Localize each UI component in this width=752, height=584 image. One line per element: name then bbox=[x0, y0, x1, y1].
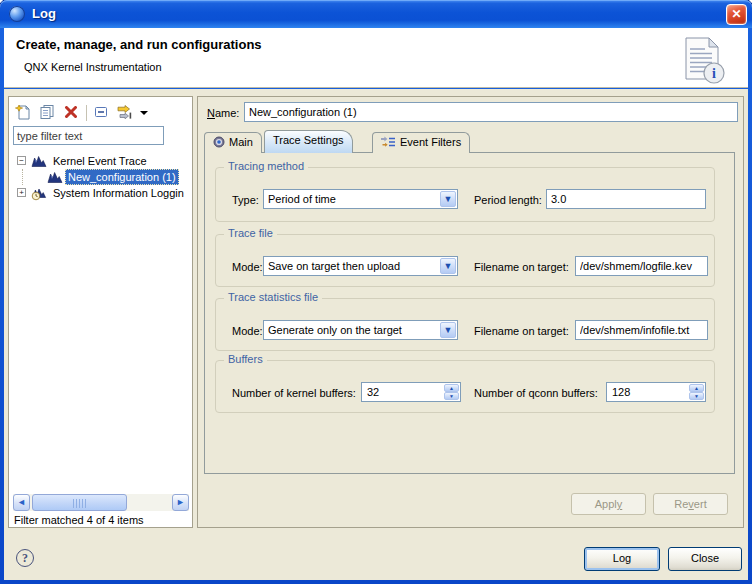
combobox-value: Save on target then upload bbox=[268, 260, 437, 272]
expand-expander-icon[interactable]: + bbox=[17, 188, 26, 197]
chevron-down-icon[interactable]: ▼ bbox=[440, 322, 456, 338]
collapse-all-icon bbox=[93, 104, 109, 120]
tab-label: Event Filters bbox=[400, 136, 461, 148]
statistics-filename-input[interactable] bbox=[575, 320, 708, 340]
group-title: Buffers bbox=[224, 353, 267, 365]
group-title: Trace file bbox=[224, 227, 277, 239]
combobox-value: Generate only on the target bbox=[268, 324, 437, 336]
kernel-trace-icon bbox=[47, 169, 63, 185]
tracing-type-combobox[interactable]: Period of time ▼ bbox=[263, 189, 458, 209]
filter-configurations-button[interactable] bbox=[115, 103, 135, 123]
stepper-value: 128 bbox=[612, 386, 630, 398]
log-dialog-window: Log ✕ Create, manage, and run configurat… bbox=[0, 0, 752, 584]
chevron-down-icon[interactable]: ▼ bbox=[440, 191, 456, 207]
apply-button[interactable]: Apply bbox=[571, 493, 646, 515]
tab-main[interactable]: Main bbox=[204, 132, 262, 153]
trace-statistics-group: Trace statistics file Mode: Generate onl… bbox=[215, 298, 715, 351]
collapse-expander-icon[interactable]: − bbox=[17, 156, 26, 165]
tree-item-label[interactable]: Kernel Event Trace bbox=[50, 153, 150, 169]
configurations-panel: − Kernel Event Trace New_configuration (… bbox=[8, 96, 193, 528]
dialog-title: Create, manage, and run configurations bbox=[16, 37, 262, 52]
tree-horizontal-scrollbar[interactable]: ◄ ► bbox=[13, 494, 189, 511]
spin-up-icon[interactable]: ▲ bbox=[444, 384, 459, 392]
spin-up-icon[interactable]: ▲ bbox=[689, 384, 704, 392]
stepper-value: 32 bbox=[367, 386, 379, 398]
revert-button[interactable]: Revert bbox=[653, 493, 728, 515]
trace-settings-tab-panel: Tracing method Type: Period of time ▼ Pe… bbox=[204, 152, 735, 474]
tree-item-label-selected[interactable]: New_configuration (1) bbox=[65, 169, 179, 185]
tree-item-kernel-event-trace[interactable]: − Kernel Event Trace bbox=[9, 153, 192, 169]
name-label: Name: bbox=[207, 107, 239, 119]
svg-text:i: i bbox=[712, 66, 716, 81]
filter-arrows-icon bbox=[117, 104, 133, 120]
kernel-buffers-stepper[interactable]: 32 ▲▼ bbox=[361, 382, 461, 402]
mode-label: Mode: bbox=[232, 261, 263, 273]
event-filters-tab-icon bbox=[381, 136, 396, 148]
filter-input[interactable] bbox=[13, 126, 164, 145]
period-length-input[interactable] bbox=[546, 189, 706, 209]
spin-down-icon[interactable]: ▼ bbox=[689, 392, 704, 400]
copy-icon bbox=[39, 104, 55, 120]
close-icon[interactable]: ✕ bbox=[726, 4, 747, 25]
info-document-icon: i bbox=[678, 35, 728, 85]
trace-filename-input[interactable] bbox=[575, 256, 708, 276]
new-document-icon bbox=[15, 104, 31, 120]
trace-file-group: Trace file Mode: Save on target then upl… bbox=[215, 234, 715, 287]
new-configuration-button[interactable] bbox=[13, 103, 33, 123]
scroll-left-icon[interactable]: ◄ bbox=[13, 494, 30, 511]
toolbar-dropdown-icon[interactable] bbox=[140, 111, 148, 115]
group-title: Trace statistics file bbox=[224, 291, 322, 303]
toolbar-separator bbox=[86, 105, 87, 121]
tracing-method-group: Tracing method Type: Period of time ▼ Pe… bbox=[215, 167, 715, 222]
help-icon[interactable]: ? bbox=[16, 549, 34, 567]
chevron-down-icon[interactable]: ▼ bbox=[440, 258, 456, 274]
main-tab-icon bbox=[213, 136, 225, 148]
tab-label: Trace Settings bbox=[273, 134, 344, 146]
log-button[interactable]: Log bbox=[584, 547, 660, 571]
app-icon bbox=[9, 6, 25, 22]
dialog-header: Create, manage, and run configurations Q… bbox=[4, 28, 748, 88]
spin-down-icon[interactable]: ▼ bbox=[444, 392, 459, 400]
filename-label: Filename on target: bbox=[474, 261, 569, 273]
period-length-label: Period length: bbox=[474, 194, 542, 206]
filename-label: Filename on target: bbox=[474, 325, 569, 337]
qconn-buffers-label: Number of qconn buffers: bbox=[474, 387, 598, 399]
scrollbar-thumb[interactable] bbox=[32, 494, 127, 511]
qconn-buffers-stepper[interactable]: 128 ▲▼ bbox=[606, 382, 706, 402]
buffers-group: Buffers Number of kernel buffers: 32 ▲▼ … bbox=[215, 360, 715, 413]
dialog-subtitle: QNX Kernel Instrumentation bbox=[24, 61, 162, 73]
tab-label: Main bbox=[229, 136, 253, 148]
tree-connector bbox=[22, 169, 23, 185]
name-input[interactable] bbox=[244, 102, 738, 122]
collapse-all-button[interactable] bbox=[91, 103, 111, 123]
type-label: Type: bbox=[232, 194, 259, 206]
kernel-trace-icon bbox=[31, 153, 47, 169]
mode-label: Mode: bbox=[232, 325, 263, 337]
statistics-mode-combobox[interactable]: Generate only on the target ▼ bbox=[263, 320, 458, 340]
delete-configuration-button[interactable] bbox=[61, 103, 81, 123]
tree-item-system-information[interactable]: + System Information Loggin bbox=[9, 185, 192, 201]
configurations-tree: − Kernel Event Trace New_configuration (… bbox=[9, 153, 192, 201]
combobox-value: Period of time bbox=[268, 193, 437, 205]
trace-file-mode-combobox[interactable]: Save on target then upload ▼ bbox=[263, 256, 458, 276]
tree-item-label[interactable]: System Information Loggin bbox=[50, 185, 187, 201]
scroll-right-icon[interactable]: ► bbox=[172, 494, 189, 511]
filter-match-status: Filter matched 4 of 4 items bbox=[14, 514, 144, 526]
system-information-icon bbox=[31, 185, 47, 201]
tab-trace-settings[interactable]: Trace Settings bbox=[264, 130, 353, 153]
kernel-buffers-label: Number of kernel buffers: bbox=[232, 387, 356, 399]
duplicate-configuration-button[interactable] bbox=[37, 103, 57, 123]
close-dialog-button[interactable]: Close bbox=[668, 547, 742, 571]
tab-event-filters[interactable]: Event Filters bbox=[372, 132, 470, 153]
delete-x-icon bbox=[63, 104, 79, 120]
tree-item-new-configuration[interactable]: New_configuration (1) bbox=[9, 169, 192, 185]
dialog-body: − Kernel Event Trace New_configuration (… bbox=[4, 89, 748, 580]
titlebar[interactable]: Log ✕ bbox=[0, 0, 752, 28]
configuration-detail-panel: Name: Main Trace Settings bbox=[197, 96, 744, 528]
group-title: Tracing method bbox=[224, 160, 308, 172]
window-title: Log bbox=[32, 0, 56, 27]
